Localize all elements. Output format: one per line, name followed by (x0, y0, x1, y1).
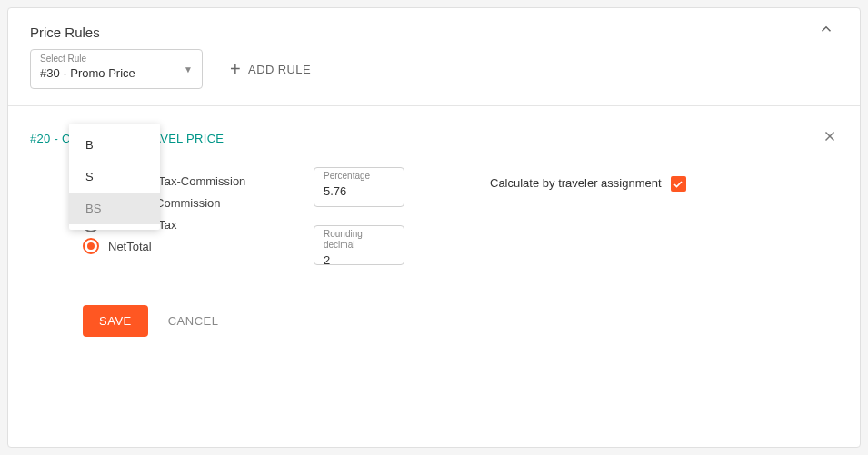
rounding-value: 2 (324, 253, 394, 267)
chevron-up-icon (818, 21, 834, 37)
top-controls-row: Select Rule #30 - Promo Price ▼ + ADD RU… (8, 49, 860, 105)
close-rule-button[interactable] (822, 128, 838, 149)
plus-icon: + (230, 60, 241, 78)
select-rule-label: Select Rule (40, 54, 193, 64)
close-icon (822, 128, 838, 144)
dropdown-option-s[interactable]: S (69, 161, 160, 193)
cancel-button[interactable]: CANCEL (168, 314, 219, 328)
bs-dropdown-panel: B S BS (69, 124, 160, 230)
dropdown-option-b[interactable]: B (69, 129, 160, 161)
save-button[interactable]: SAVE (83, 305, 148, 337)
radio-nettotal[interactable]: NetTotal (83, 238, 292, 254)
calc-by-traveler-label: Calculate by traveler assignment (490, 176, 662, 190)
numeric-inputs-column: Percentage 5.76 Rounding decimal 2 (314, 167, 432, 265)
calc-by-traveler-row: Calculate by traveler assignment (454, 167, 686, 265)
rounding-label: Rounding decimal (324, 229, 394, 251)
dropdown-option-bs[interactable]: BS (69, 193, 160, 224)
check-icon (673, 179, 683, 190)
caret-down-icon: ▼ (184, 64, 193, 74)
collapse-button[interactable] (814, 21, 838, 40)
form-actions: SAVE CANCEL (8, 265, 860, 337)
add-rule-label: ADD RULE (248, 63, 311, 76)
radio-label: NetTotal (108, 240, 152, 253)
percentage-value: 5.76 (324, 184, 394, 198)
select-rule-dropdown[interactable]: Select Rule #30 - Promo Price ▼ (30, 49, 203, 89)
calc-by-traveler-checkbox[interactable] (671, 176, 686, 192)
price-rules-card: Price Rules Select Rule #30 - Promo Pric… (7, 7, 861, 448)
select-rule-value: #30 - Promo Price (40, 66, 193, 80)
percentage-label: Percentage (324, 171, 394, 182)
card-header: Price Rules (8, 8, 860, 49)
percentage-field[interactable]: Percentage 5.76 (314, 167, 404, 207)
radio-icon (83, 238, 99, 254)
page-title: Price Rules (30, 25, 100, 40)
add-rule-button[interactable]: + ADD RULE (230, 60, 311, 78)
rounding-decimal-field[interactable]: Rounding decimal 2 (314, 225, 404, 265)
